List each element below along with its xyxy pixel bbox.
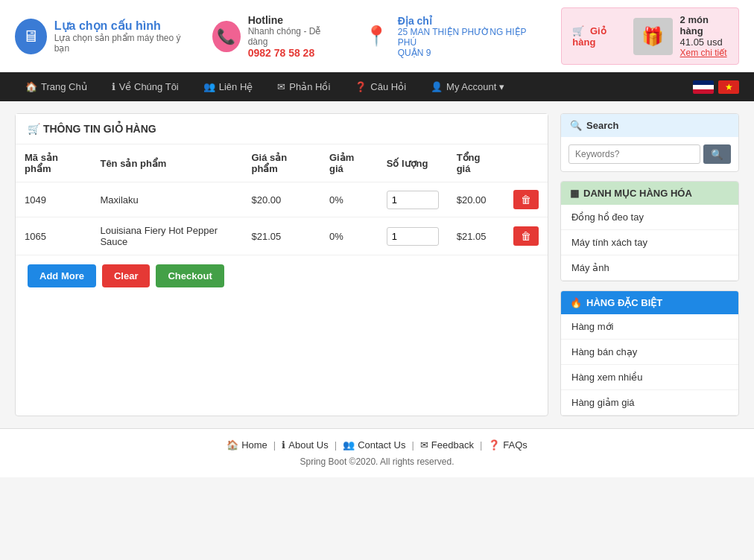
brand-title: Lựa chọn cấu hình (54, 19, 183, 33)
address-line1: 25 MAN THIỆN PHƯỜNG HIỆP PHÚ (398, 27, 531, 48)
product-total-1065: $21.05 (448, 217, 504, 255)
col-qty: Số lượng (378, 144, 448, 182)
nav-account[interactable]: 👤 My Account ▾ (420, 72, 515, 101)
nav-home[interactable]: 🏠 Trang Chủ (15, 72, 98, 101)
address-title: Địa chỉ (398, 15, 531, 27)
navbar: 🏠 Trang Chủ ℹ Về Chúng Tôi 👥 Liên Hệ ✉ P… (0, 72, 754, 101)
nav-contact[interactable]: 👥 Liên Hệ (193, 72, 264, 101)
category-header: ▦ DANH MỤC HÀNG HÓA (561, 182, 738, 205)
footer-home-icon: 🏠 (226, 439, 238, 451)
search-button[interactable]: 🔍 (703, 144, 731, 164)
special-header: 🔥 HÀNG ĐẶC BIỆT (561, 291, 738, 314)
flag-vietnamese[interactable] (718, 80, 739, 94)
account-icon: 👤 (431, 81, 443, 92)
footer-link-feedback[interactable]: ✉ Feedback (420, 439, 474, 451)
sidebar: 🔍 Search 🔍 ▦ DANH MỤC HÀNG HÓA Đồng hồ đ… (560, 113, 739, 416)
delete-button-1049[interactable]: 🗑 (513, 190, 539, 209)
product-id-1049: 1049 (16, 182, 91, 217)
nav-about-label: Về Chúng Tôi (119, 81, 179, 92)
product-name-louisiana: Louisiana Fiery Hot Pepper Sauce (91, 217, 242, 255)
grid-icon: ▦ (570, 188, 579, 199)
table-row: 1065 Louisiana Fiery Hot Pepper Sauce $2… (16, 217, 548, 255)
special-item-viewed[interactable]: Hàng xem nhiều (561, 365, 738, 390)
hotline-phone: 0982 78 58 28 (248, 47, 333, 59)
search-input[interactable] (568, 144, 700, 164)
hotline-section: 📞 Hotline Nhanh chóng - Dễ dàng 0982 78 … (212, 14, 332, 59)
flag-english[interactable] (693, 80, 714, 94)
brand-icon: 🖥 (15, 19, 47, 54)
nav-home-label: Trang Chủ (41, 81, 87, 92)
cart-total: 41.05 usd (680, 36, 728, 48)
brand-subtitle: Lựa chọn sản phẩm máy theo ý bạn (54, 33, 183, 54)
main-content: 🛒 THÔNG TIN GIỎ HÀNG Mã sản phẩm Tên sản… (0, 101, 754, 428)
footer-links: 🏠 Home | ℹ About Us | 👥 Contact Us | ✉ F… (15, 439, 739, 451)
nav-faq-label: Câu Hỏi (370, 81, 406, 92)
product-price-1065: $21.05 (242, 217, 320, 255)
footer-mail-icon: ✉ (420, 439, 428, 451)
header-top: 🖥 Lựa chọn cấu hình Lựa chọn sản phẩm má… (0, 0, 754, 72)
category-item-dongho[interactable]: Đồng hồ đeo tay (561, 205, 738, 230)
qty-input-1049[interactable] (387, 191, 439, 209)
nav-feedback[interactable]: ✉ Phản Hồi (267, 72, 340, 101)
product-total-1049: $20.00 (448, 182, 504, 217)
footer-question-icon: ❓ (488, 439, 500, 451)
nav-contact-label: Liên Hệ (219, 81, 253, 92)
home-icon: 🏠 (25, 81, 37, 92)
footer-link-contact[interactable]: 👥 Contact Us (343, 439, 405, 451)
footer-link-faqs[interactable]: ❓ FAQs (488, 439, 528, 451)
search-box: 🔍 Search 🔍 (560, 113, 739, 172)
cart-detail-link[interactable]: Xem chi tiết (680, 48, 728, 58)
product-discount-1065: 0% (320, 217, 378, 255)
hotline-icon: 📞 (212, 21, 240, 52)
product-qty-1065[interactable] (378, 217, 448, 255)
cart-table-section: 🛒 THÔNG TIN GIỎ HÀNG Mã sản phẩm Tên sản… (15, 113, 548, 416)
question-icon: ❓ (355, 81, 367, 92)
footer: 🏠 Home | ℹ About Us | 👥 Contact Us | ✉ F… (0, 428, 754, 477)
hotline-title: Hotline (248, 14, 333, 26)
address-icon: 📍 (362, 21, 390, 52)
nav-feedback-label: Phản Hồi (289, 81, 330, 92)
language-flags (693, 80, 739, 94)
cart-table: Mã sản phẩm Tên sản phẩm Giá sản phẩm Gi… (16, 144, 548, 255)
add-more-button[interactable]: Add More (28, 264, 96, 287)
nav-faq[interactable]: ❓ Câu Hỏi (344, 72, 416, 101)
category-section: ▦ DANH MỤC HÀNG HÓA Đồng hồ đeo tay Máy … (560, 181, 739, 281)
col-action (504, 144, 548, 182)
nav-about[interactable]: ℹ Về Chúng Tôi (101, 72, 189, 101)
product-discount-1049: 0% (320, 182, 378, 217)
hotline-subtitle: Nhanh chóng - Dễ dàng (248, 26, 333, 47)
special-item-new[interactable]: Hàng mới (561, 314, 738, 340)
qty-input-1065[interactable] (387, 227, 439, 246)
col-product-id: Mã sản phẩm (16, 144, 91, 182)
brand-section: 🖥 Lựa chọn cấu hình Lựa chọn sản phẩm má… (15, 19, 183, 54)
product-qty-1049[interactable] (378, 182, 448, 217)
col-price: Giá sản phẩm (242, 144, 320, 182)
product-id-1065: 1065 (16, 217, 91, 255)
delete-button-1065[interactable]: 🗑 (513, 226, 539, 246)
fire-icon: 🔥 (570, 297, 582, 308)
mail-icon: ✉ (277, 81, 285, 92)
search-header: 🔍 Search (561, 114, 738, 137)
category-item-maytinh[interactable]: Máy tính xách tay (561, 230, 738, 255)
special-item-sale[interactable]: Hàng giảm giá (561, 390, 738, 416)
footer-info-icon: ℹ (282, 439, 285, 451)
cart-count: 2 món hàng (680, 14, 728, 36)
cart-title-icon: 🛒 (28, 123, 40, 135)
col-discount: Giảm giá (320, 144, 378, 182)
product-price-1049: $20.00 (242, 182, 320, 217)
col-product-name: Tên sản phẩm (91, 144, 242, 182)
cart-section-title: 🛒 THÔNG TIN GIỎ HÀNG (16, 114, 548, 144)
search-icon: 🔍 (570, 120, 582, 131)
footer-copyright: Spring Boot ©2020. All rights reserved. (15, 456, 739, 467)
category-item-mayanh[interactable]: Máy ảnh (561, 255, 738, 281)
footer-link-home[interactable]: 🏠 Home (226, 439, 267, 451)
cart-image: 🎁 (633, 18, 673, 55)
footer-link-about[interactable]: ℹ About Us (282, 439, 328, 451)
checkout-button[interactable]: Checkout (156, 264, 224, 287)
special-item-bestseller[interactable]: Hàng bán chạy (561, 340, 738, 365)
footer-contact-icon: 👥 (343, 439, 355, 451)
clear-button[interactable]: Clear (102, 264, 151, 287)
table-row: 1049 Maxilaku $20.00 0% $20.00 🗑 (16, 182, 548, 217)
cart-actions: Add More Clear Checkout (16, 255, 548, 296)
special-section: 🔥 HÀNG ĐẶC BIỆT Hàng mới Hàng bán chạy H… (560, 290, 739, 416)
